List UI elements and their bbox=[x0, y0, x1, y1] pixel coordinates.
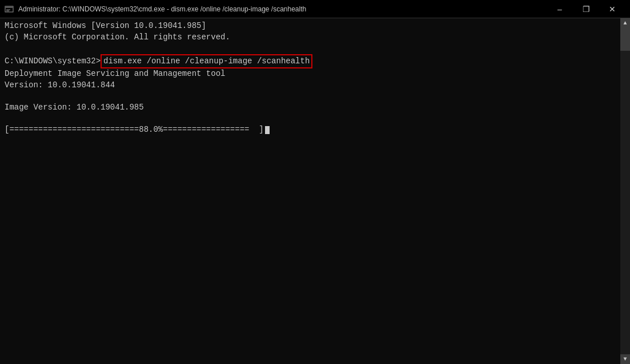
blank-line-1 bbox=[5, 43, 616, 54]
command-text: dism.exe /online /cleanup-image /scanhea… bbox=[101, 54, 312, 69]
window-title: Administrator: C:\WINDOWS\system32\cmd.e… bbox=[18, 5, 547, 13]
scrollbar-thumb[interactable] bbox=[620, 28, 630, 51]
prompt-text: C:\WINDOWS\system32> bbox=[5, 56, 101, 67]
scroll-down-arrow[interactable]: ▼ bbox=[620, 354, 630, 364]
output-line-5: Version: 10.0.19041.844 bbox=[5, 80, 616, 91]
output-line-7: Image Version: 10.0.19041.985 bbox=[5, 102, 616, 114]
restore-button[interactable]: ❐ bbox=[573, 0, 599, 18]
cmd-window: Administrator: C:\WINDOWS\system32\cmd.e… bbox=[0, 0, 630, 364]
progress-bar: [===========================88.0%=======… bbox=[5, 124, 249, 136]
window-controls: – ❐ ✕ bbox=[547, 0, 625, 18]
progress-line: [===========================88.0%=======… bbox=[5, 124, 616, 136]
scroll-up-arrow[interactable]: ▲ bbox=[620, 18, 630, 28]
window-icon bbox=[5, 5, 14, 14]
svg-rect-1 bbox=[5, 6, 13, 8]
output-line-2: (c) Microsoft Corporation. All rights re… bbox=[5, 32, 616, 43]
progress-end: ] bbox=[249, 124, 263, 136]
scrollbar[interactable]: ▲ ▼ bbox=[620, 18, 630, 364]
blank-line-2 bbox=[5, 91, 616, 103]
content-area: Microsoft Windows [Version 10.0.19041.98… bbox=[0, 18, 630, 364]
output-line-4: Deployment Image Servicing and Managemen… bbox=[5, 68, 616, 80]
blank-line-3 bbox=[5, 114, 616, 125]
close-button[interactable]: ✕ bbox=[599, 0, 625, 18]
output-line-1: Microsoft Windows [Version 10.0.19041.98… bbox=[5, 21, 616, 32]
title-bar: Administrator: C:\WINDOWS\system32\cmd.e… bbox=[0, 0, 630, 18]
command-line: C:\WINDOWS\system32>dism.exe /online /cl… bbox=[5, 54, 616, 69]
cursor bbox=[265, 126, 270, 134]
terminal-output[interactable]: Microsoft Windows [Version 10.0.19041.98… bbox=[0, 18, 620, 364]
scrollbar-track[interactable] bbox=[620, 28, 630, 354]
minimize-button[interactable]: – bbox=[547, 0, 573, 18]
